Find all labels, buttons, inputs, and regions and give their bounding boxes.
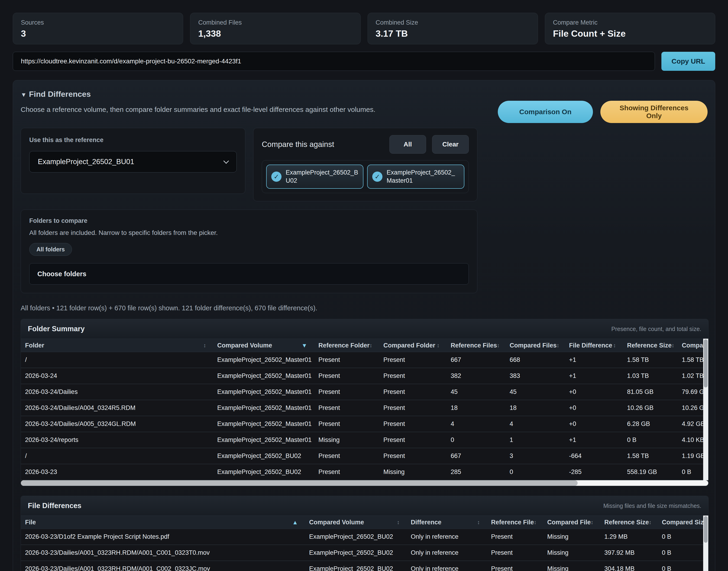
vertical-scrollbar[interactable] <box>703 516 708 571</box>
compare-against-card: Compare this against All Clear ✓ Example… <box>253 128 477 201</box>
horizontal-scrollbar[interactable] <box>21 480 708 486</box>
volume-chip-bu02[interactable]: ✓ ExampleProject_26502_BU02 <box>266 164 363 189</box>
scrollbar-thumb[interactable] <box>704 339 708 387</box>
folders-to-compare-card: Folders to compare All folders are inclu… <box>21 210 477 293</box>
table-row: 2026-03-24/DailiesExampleProject_26502_M… <box>21 384 708 400</box>
column-header-folder[interactable]: Folder↕ <box>25 342 217 349</box>
sort-icon: ↕ <box>370 342 372 349</box>
table-row: 2026-03-23/Dailies/A001_0323RH.RDM/A001_… <box>21 545 708 561</box>
table-cell: Only in reference <box>411 533 491 540</box>
folder-summary-scroll-area: Folder↕Compared Volume▼Reference Folder↕… <box>21 339 708 480</box>
table-cell: 2026-03-24/Dailies/A005_0324GL.RDM <box>25 420 217 428</box>
table-cell: 0 B <box>662 565 708 571</box>
column-header-file-difference[interactable]: File Difference↕ <box>569 342 627 349</box>
column-header-compared-volume[interactable]: Compared Volume▼ <box>217 342 319 349</box>
table-cell: 397.92 MB <box>604 549 662 556</box>
column-header-reference-folder[interactable]: Reference Folder↕ <box>319 342 383 349</box>
table-cell: Present <box>319 420 383 428</box>
table-cell: Present <box>319 452 383 460</box>
table-row: 2026-03-24/reportsExampleProject_26502_M… <box>21 432 708 448</box>
table-cell: 2026-03-23/D1of2 Example Project Script … <box>25 533 309 540</box>
stat-label: Combined Size <box>376 19 530 26</box>
column-header-reference-size[interactable]: Reference Size↕ <box>604 519 662 526</box>
column-header-file[interactable]: File▲ <box>25 519 309 526</box>
table-row: 2026-03-23/D1of2 Example Project Script … <box>21 529 708 545</box>
volume-chip-master01[interactable]: ✓ ExampleProject_26502_Master01 <box>367 164 464 189</box>
column-header-compared-size[interactable]: Compared Size↕ <box>662 519 708 526</box>
folder-summary-subtitle: Presence, file count, and total size. <box>611 326 701 332</box>
table-cell: ExampleProject_26502_Master01 <box>217 404 319 412</box>
stats-row: Sources 3 Combined Files 1,338 Combined … <box>13 13 715 44</box>
table-cell: +1 <box>569 356 627 363</box>
column-header-label: Reference Size <box>627 342 672 349</box>
table-cell: 2026-03-24/Dailies/A004_0324R5.RDM <box>25 404 217 412</box>
share-url-input[interactable] <box>13 52 655 71</box>
table-cell: 0 B <box>662 533 708 540</box>
table-row: 2026-03-24/Dailies/A004_0324R5.RDMExampl… <box>21 400 708 416</box>
column-header-label: Reference Folder <box>319 342 370 349</box>
table-cell: -285 <box>569 468 627 476</box>
stat-value: 3.17 TB <box>376 28 530 39</box>
all-folders-chip[interactable]: All folders <box>29 243 72 256</box>
compare-chips-container: ✓ ExampleProject_26502_BU02 ✓ ExamplePro… <box>262 160 469 193</box>
table-cell: 285 <box>451 468 510 476</box>
column-header-compared-file[interactable]: Compared File↕ <box>547 519 604 526</box>
page: Sources 3 Combined Files 1,338 Combined … <box>0 0 728 571</box>
sort-icon: ↕ <box>649 519 652 526</box>
column-header-reference-size[interactable]: Reference Size↕ <box>627 342 682 349</box>
table-cell: 0 B <box>662 549 708 556</box>
table-cell: +0 <box>569 404 627 412</box>
clear-button[interactable]: Clear <box>432 135 469 154</box>
column-header-compared-files[interactable]: Compared Files↕ <box>510 342 569 349</box>
toggle-group: Comparison On Showing Differences Only <box>498 101 708 123</box>
column-header-reference-files[interactable]: Reference Files↕ <box>451 342 510 349</box>
table-row: /ExampleProject_26502_Master01PresentPre… <box>21 352 708 368</box>
table-cell: 2026-03-24/Dailies <box>25 388 217 395</box>
table-cell: Present <box>319 388 383 395</box>
scrollbar-thumb[interactable] <box>21 480 578 486</box>
folders-title: Folders to compare <box>29 217 469 224</box>
table-cell: 1.29 MB <box>604 533 662 540</box>
column-header-label: Compared Files <box>510 342 557 349</box>
table-cell: Missing <box>547 533 604 540</box>
column-header-reference-file[interactable]: Reference File↕ <box>491 519 547 526</box>
file-differences-header-row: File▲Compared Volume↕Difference↕Referenc… <box>21 516 708 529</box>
file-differences-scroll-area: File▲Compared Volume↕Difference↕Referenc… <box>21 516 708 571</box>
table-cell: 0 <box>510 468 569 476</box>
table-cell: 6.28 GB <box>627 420 682 428</box>
column-header-compared-folder[interactable]: Compared Folder↕ <box>383 342 451 349</box>
table-cell: Present <box>383 356 451 363</box>
comparison-toggle-button[interactable]: Comparison On <box>498 101 593 123</box>
folder-summary-panel: Folder Summary Presence, file count, and… <box>21 319 709 486</box>
copy-url-button[interactable]: Copy URL <box>661 52 715 71</box>
table-cell: -664 <box>569 452 627 460</box>
choose-folders-button[interactable]: Choose folders <box>29 263 469 284</box>
find-differences-header[interactable]: ▼Find Differences <box>21 90 708 99</box>
table-cell: / <box>25 356 217 363</box>
stat-card-combined-files: Combined Files 1,338 <box>190 13 360 44</box>
column-header-label: Compared Folder <box>383 342 435 349</box>
column-header-label: File Difference <box>569 342 612 349</box>
compare-against-title: Compare this against <box>262 140 334 149</box>
file-differences-body: 2026-03-23/D1of2 Example Project Script … <box>21 529 708 571</box>
reference-select[interactable]: ExampleProject_26502_BU01 <box>29 151 237 173</box>
column-header-label: Folder <box>25 342 44 349</box>
table-cell: 45 <box>510 388 569 395</box>
table-cell: 81.05 GB <box>627 388 682 395</box>
table-cell: Missing <box>547 549 604 556</box>
table-cell: ExampleProject_26502_Master01 <box>217 436 319 444</box>
sort-icon: ↕ <box>437 342 440 349</box>
column-header-difference[interactable]: Difference↕ <box>411 519 491 526</box>
table-cell: Missing <box>547 565 604 571</box>
table-cell: 2026-03-23/Dailies/A001_0323RH.RDM/A001_… <box>25 565 309 571</box>
column-header-compared-volume[interactable]: Compared Volume↕ <box>309 519 411 526</box>
table-cell: 2026-03-23/Dailies/A001_0323RH.RDM/A001_… <box>25 549 309 556</box>
scrollbar-thumb[interactable] <box>704 516 708 543</box>
differences-only-toggle-button[interactable]: Showing Differences Only <box>600 101 708 123</box>
select-all-button[interactable]: All <box>389 135 426 154</box>
sort-icon: ↕ <box>397 519 400 526</box>
table-cell: ExampleProject_26502_BU02 <box>217 468 319 476</box>
chevron-down-icon <box>223 158 229 163</box>
sort-asc-icon: ▲ <box>292 519 298 526</box>
vertical-scrollbar[interactable] <box>703 339 708 480</box>
